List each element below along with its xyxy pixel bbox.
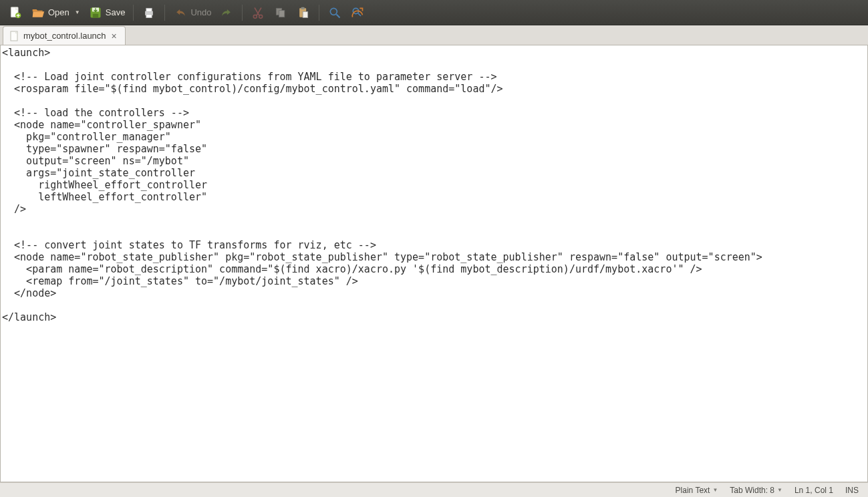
find-replace-button[interactable] <box>346 3 369 23</box>
svg-point-15 <box>331 8 337 15</box>
insert-mode-label: INS <box>845 486 859 495</box>
undo-button[interactable]: Undo <box>169 3 215 23</box>
file-icon <box>10 31 19 41</box>
tab-bar: mybot_control.launch × <box>0 25 868 45</box>
folder-open-icon <box>31 5 45 20</box>
svg-point-8 <box>254 15 257 18</box>
toolbar-separator <box>319 5 319 21</box>
cursor-position[interactable]: Ln 1, Col 1 <box>794 486 833 495</box>
cut-button[interactable] <box>247 3 269 23</box>
svg-rect-11 <box>279 10 285 17</box>
copy-icon <box>273 5 288 20</box>
syntax-selector[interactable]: Plain Text ▼ <box>676 486 718 495</box>
save-label: Save <box>106 7 126 17</box>
undo-icon <box>173 5 188 20</box>
new-button[interactable] <box>4 3 27 23</box>
save-button[interactable]: Save <box>84 3 130 23</box>
toolbar-separator <box>133 5 134 21</box>
tab-close-button[interactable]: × <box>110 31 118 41</box>
cursor-position-label: Ln 1, Col 1 <box>794 486 833 495</box>
dropdown-arrow-icon: ▼ <box>75 9 80 15</box>
svg-rect-7 <box>146 14 152 17</box>
tab-file[interactable]: mybot_control.launch × <box>3 26 126 45</box>
editor-content[interactable]: <launch> <!-- Load joint controller conf… <box>1 45 867 325</box>
editor-area[interactable]: <launch> <!-- Load joint controller conf… <box>0 45 868 482</box>
paste-button[interactable] <box>292 3 315 23</box>
status-bar: Plain Text ▼ Tab Width: 8 ▼ Ln 1, Col 1 … <box>0 482 868 497</box>
open-label: Open <box>48 7 69 17</box>
cut-icon <box>251 5 265 20</box>
find-button[interactable] <box>323 3 346 23</box>
toolbar-separator <box>242 5 243 21</box>
print-button[interactable] <box>138 3 160 23</box>
syntax-label: Plain Text <box>676 486 710 495</box>
open-button[interactable]: Open ▼ <box>27 3 84 23</box>
insert-mode[interactable]: INS <box>845 486 859 495</box>
svg-rect-6 <box>146 8 152 11</box>
dropdown-arrow-icon: ▼ <box>712 487 718 493</box>
svg-rect-13 <box>301 7 305 9</box>
paste-icon <box>296 5 311 20</box>
redo-button[interactable] <box>215 3 238 23</box>
main-toolbar: Open ▼ Save Undo <box>0 0 868 25</box>
toolbar-separator <box>164 5 165 21</box>
dropdown-arrow-icon: ▼ <box>777 487 782 493</box>
copy-button[interactable] <box>269 3 292 23</box>
tab-width-selector[interactable]: Tab Width: 8 ▼ <box>730 486 782 495</box>
redo-icon <box>219 5 234 20</box>
find-replace-icon <box>350 5 365 20</box>
tab-width-label: Tab Width: 8 <box>730 486 774 495</box>
new-file-icon <box>8 5 23 20</box>
tab-filename: mybot_control.launch <box>23 31 106 41</box>
save-icon <box>88 5 103 20</box>
undo-label: Undo <box>190 7 211 17</box>
svg-rect-4 <box>93 13 98 17</box>
svg-point-9 <box>259 15 263 18</box>
svg-rect-14 <box>303 11 309 17</box>
print-icon <box>142 5 156 20</box>
search-icon <box>327 5 342 20</box>
